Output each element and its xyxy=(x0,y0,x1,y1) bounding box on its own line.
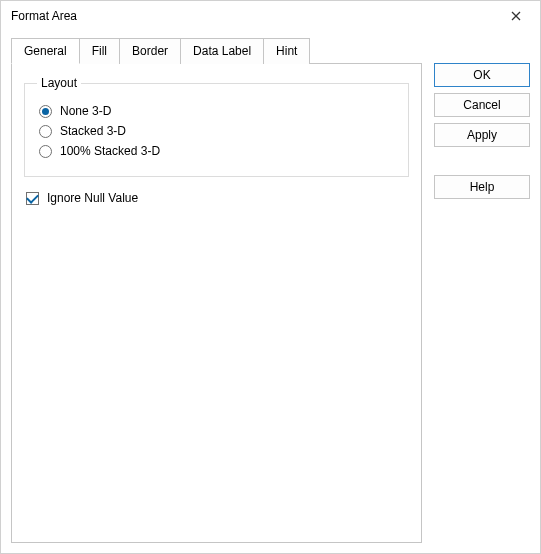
button-label: Help xyxy=(470,180,495,194)
radio-icon xyxy=(39,105,52,118)
radio-icon xyxy=(39,145,52,158)
close-button[interactable] xyxy=(500,4,532,28)
main-area: General Fill Border Data Label Hint Layo… xyxy=(11,37,422,543)
cancel-button[interactable]: Cancel xyxy=(434,93,530,117)
titlebar: Format Area xyxy=(1,1,540,31)
tab-panel-general: Layout None 3-D Stacked 3-D 100% Stacked… xyxy=(11,63,422,543)
tab-data-label[interactable]: Data Label xyxy=(180,38,264,64)
close-icon xyxy=(511,11,521,21)
spacer xyxy=(434,153,530,169)
tab-border[interactable]: Border xyxy=(119,38,181,64)
tab-label: Border xyxy=(132,44,168,58)
tab-label: General xyxy=(24,44,67,58)
checkbox-icon xyxy=(26,192,39,205)
button-column: OK Cancel Apply Help xyxy=(434,37,530,543)
tab-strip: General Fill Border Data Label Hint xyxy=(11,37,422,63)
radio-label: Stacked 3-D xyxy=(60,124,126,138)
layout-legend: Layout xyxy=(37,76,81,90)
tab-hint[interactable]: Hint xyxy=(263,38,310,64)
tab-label: Fill xyxy=(92,44,107,58)
radio-label: None 3-D xyxy=(60,104,111,118)
tab-fill[interactable]: Fill xyxy=(79,38,120,64)
dialog-body: General Fill Border Data Label Hint Layo… xyxy=(1,31,540,553)
radio-label: 100% Stacked 3-D xyxy=(60,144,160,158)
apply-button[interactable]: Apply xyxy=(434,123,530,147)
button-label: Cancel xyxy=(463,98,500,112)
radio-100-stacked-3d[interactable]: 100% Stacked 3-D xyxy=(39,144,396,158)
button-label: Apply xyxy=(467,128,497,142)
ok-button[interactable]: OK xyxy=(434,63,530,87)
window-title: Format Area xyxy=(11,9,500,23)
radio-stacked-3d[interactable]: Stacked 3-D xyxy=(39,124,396,138)
button-label: OK xyxy=(473,68,490,82)
checkbox-label: Ignore Null Value xyxy=(47,191,138,205)
tab-general[interactable]: General xyxy=(11,38,80,64)
help-button[interactable]: Help xyxy=(434,175,530,199)
radio-icon xyxy=(39,125,52,138)
tab-label: Hint xyxy=(276,44,297,58)
radio-none-3d[interactable]: None 3-D xyxy=(39,104,396,118)
tab-label: Data Label xyxy=(193,44,251,58)
ignore-null-checkbox[interactable]: Ignore Null Value xyxy=(26,191,409,205)
layout-group: Layout None 3-D Stacked 3-D 100% Stacked… xyxy=(24,76,409,177)
